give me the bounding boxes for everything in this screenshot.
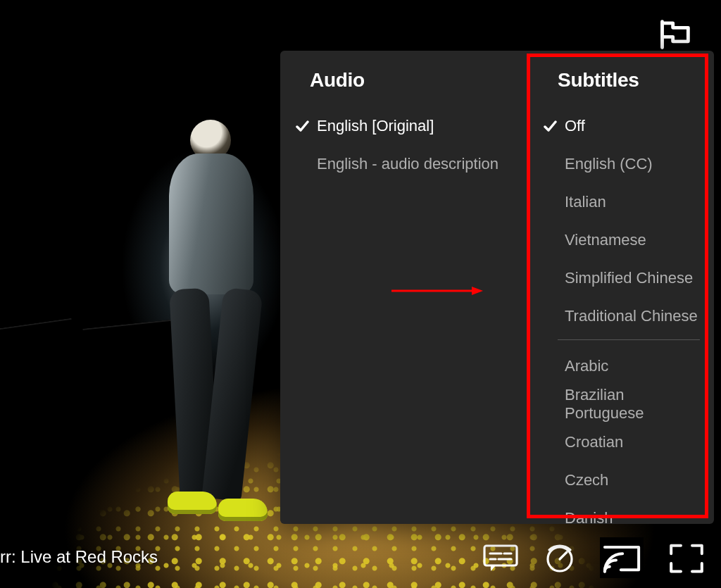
video-player[interactable]: rr: Live at Red Rocks Audio English [Ori… [0,0,721,588]
flag-icon[interactable] [658,18,694,49]
audio-heading: Audio [310,69,514,92]
subtitle-option[interactable]: Czech [542,461,700,499]
check-icon [542,119,558,133]
subtitles-divider [558,339,700,340]
subtitle-option[interactable]: Simplified Chinese [542,259,700,297]
subtitle-option-label: Italian [565,193,700,211]
subtitle-option-label: Czech [565,471,700,489]
subtitle-option[interactable]: Vietnamese [542,221,700,259]
subtitles-heading: Subtitles [558,69,700,92]
subtitle-option-label: Vietnamese [565,231,700,249]
subtitle-option-label: Brazilian Portuguese [565,386,700,423]
subtitle-option[interactable]: Off [542,107,700,145]
performer-silhouette [141,120,282,514]
check-icon [294,119,310,133]
audio-column: Audio English [Original]English - audio … [280,51,528,524]
svg-rect-0 [484,546,517,565]
subtitle-option[interactable]: Danish [542,499,700,537]
subtitle-option-label: Off [565,117,700,135]
subtitle-option-label: English (CC) [565,155,700,173]
subtitle-option-label: Traditional Chinese [565,307,700,325]
fullscreen-icon[interactable] [665,537,708,578]
audio-subtitles-panel: Audio English [Original]English - audio … [280,51,714,524]
subtitle-option[interactable]: Arabic [542,347,700,385]
subtitle-option-label: Danish [565,509,700,527]
audio-option-label: English [Original] [317,117,514,135]
audio-option[interactable]: English - audio description [294,145,514,183]
video-title: rr: Live at Red Rocks [0,547,158,567]
subtitle-option[interactable]: English (CC) [542,145,700,183]
cast-icon[interactable] [600,537,644,578]
audio-option-label: English - audio description [317,155,514,173]
subtitles-icon[interactable] [482,542,520,574]
subtitle-option[interactable]: Croatian [542,423,700,461]
subtitle-option[interactable]: Traditional Chinese [542,297,700,335]
speed-icon[interactable] [541,542,579,574]
subtitle-option-label: Simplified Chinese [565,269,700,287]
player-controls [482,537,708,578]
subtitle-option[interactable]: Italian [542,183,700,221]
subtitle-option-label: Arabic [565,357,700,375]
subtitle-option[interactable]: Brazilian Portuguese [542,385,700,423]
subtitle-option-label: Croatian [565,433,700,451]
audio-option[interactable]: English [Original] [294,107,514,145]
subtitles-column: Subtitles OffEnglish (CC)ItalianVietname… [528,51,714,524]
